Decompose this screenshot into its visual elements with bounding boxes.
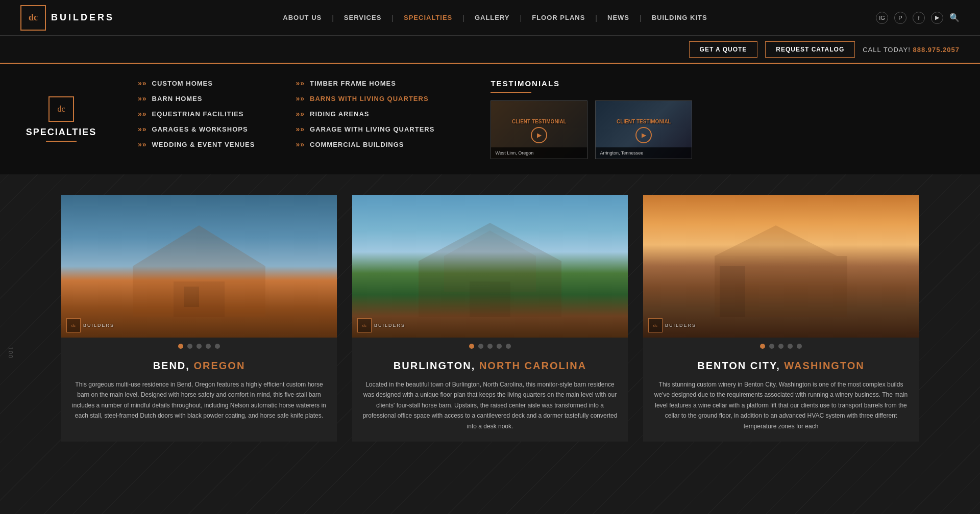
arrow-icon: »» xyxy=(138,125,147,133)
menu-custom-homes[interactable]: »» CUSTOM HOMES xyxy=(138,79,255,87)
nav-building-kits[interactable]: BUILDING KITS xyxy=(642,14,718,21)
nav-right: IG P f ▶ 🔍 xyxy=(876,12,960,24)
pinterest-icon[interactable]: P xyxy=(894,12,906,24)
dots-nav-burlington xyxy=(352,338,628,355)
card-title-bend: BEND, OREGON xyxy=(61,355,337,374)
specialties-title: SPECIALTIES xyxy=(26,127,97,138)
request-catalog-button[interactable]: REQUEST CATALOG xyxy=(765,41,855,58)
dot-bent-3[interactable] xyxy=(778,344,783,349)
search-icon[interactable]: 🔍 xyxy=(949,13,960,22)
testimonial-label-2: CLIENT TESTIMONIAL xyxy=(617,119,671,124)
svg-rect-2 xyxy=(184,287,199,307)
menu-timber-frame[interactable]: »» TIMBER FRAME HOMES xyxy=(296,79,434,87)
dot-bent-1[interactable] xyxy=(760,344,765,349)
project-card-burlington: dc BUILDERS BURLINGTON, NORTH CAROLINA L… xyxy=(352,195,628,442)
testimonials-underline xyxy=(491,92,531,93)
arrow-icon: »» xyxy=(296,140,305,148)
dot-bend-2[interactable] xyxy=(187,344,192,349)
call-label: CALL TODAY! 888.975.2057 xyxy=(863,46,960,54)
svg-marker-7 xyxy=(715,225,837,256)
arrow-icon: »» xyxy=(296,110,305,118)
testimonial-location-2: Arrington, Tennessee xyxy=(600,150,688,156)
arrow-icon: »» xyxy=(138,140,147,148)
testimonial-label-1: CLIENT TESTIMONIAL xyxy=(512,119,567,124)
nav-specialties[interactable]: SPECIALTIES xyxy=(394,14,462,21)
nav-gallery[interactable]: GALLERY xyxy=(464,14,520,21)
menu-col-2: »» TIMBER FRAME HOMES »» BARNS WITH LIVI… xyxy=(296,79,434,159)
play-button-2[interactable]: ▶ xyxy=(635,127,652,143)
dot-bend-4[interactable] xyxy=(206,344,211,349)
get-quote-button[interactable]: GET A QUOTE xyxy=(689,41,758,58)
menu-equestrian[interactable]: »» EQUESTRIAN FACILITIES xyxy=(138,110,255,118)
card-img-bend: dc BUILDERS xyxy=(61,195,337,338)
testimonial-cards: CLIENT TESTIMONIAL ▶ West Linn, Oregon C… xyxy=(491,100,954,159)
card-logo-bend: dc BUILDERS xyxy=(66,318,114,332)
menu-commercial[interactable]: »» COMMERCIAL BUILDINGS xyxy=(296,140,434,148)
dot-bent-4[interactable] xyxy=(788,344,793,349)
projects-grid: dc BUILDERS BEND, OREGON This gorgeous m… xyxy=(26,195,954,442)
nav-floor-plans[interactable]: FLOOR PLANS xyxy=(522,14,595,21)
dot-bend-1[interactable] xyxy=(178,344,183,349)
dot-burl-5[interactable] xyxy=(506,344,511,349)
specialties-label: dc SPECIALTIES xyxy=(26,79,97,159)
dot-burl-3[interactable] xyxy=(487,344,493,349)
svg-rect-8 xyxy=(720,266,745,317)
menu-barn-homes[interactable]: »» BARN HOMES xyxy=(138,94,255,102)
card-title-benton: BENTON CITY, WASHINGTON xyxy=(643,355,919,374)
arrow-icon: »» xyxy=(138,79,147,87)
svg-rect-5 xyxy=(470,281,510,317)
testimonial-location-1: West Linn, Oregon xyxy=(495,150,583,156)
specialties-underline xyxy=(46,141,77,142)
logo-area[interactable]: dc BUILDERS xyxy=(20,5,114,31)
call-number: 888.975.2057 xyxy=(913,46,960,54)
nav-about[interactable]: ABOUT US xyxy=(273,14,332,21)
dot-bent-2[interactable] xyxy=(769,344,774,349)
dot-burl-4[interactable] xyxy=(497,344,502,349)
testimonial-overlay-1: West Linn, Oregon xyxy=(491,147,587,159)
logo-icon[interactable]: dc xyxy=(20,5,46,31)
menu-wedding[interactable]: »» WEDDING & EVENT VENUES xyxy=(138,140,255,148)
testimonial-card-1[interactable]: CLIENT TESTIMONIAL ▶ West Linn, Oregon xyxy=(491,100,587,159)
nav-news[interactable]: NEWS xyxy=(597,14,640,21)
menu-col-1: »» CUSTOM HOMES »» BARN HOMES »» EQUESTR… xyxy=(138,79,255,159)
card-image-bend: dc BUILDERS xyxy=(61,195,337,338)
header: dc BUILDERS ABOUT US | SERVICES | SPECIA… xyxy=(0,0,980,36)
card-title-burlington: BURLINGTON, NORTH CAROLINA xyxy=(352,355,628,374)
project-card-benton: dc BUILDERS BENTON CITY, WASHINGTON This… xyxy=(643,195,919,442)
card-logo-benton: dc BUILDERS xyxy=(648,318,696,332)
menu-barns-living[interactable]: »» BARNS WITH LIVING QUARTERS xyxy=(296,94,434,102)
testimonial-overlay-2: Arrington, Tennessee xyxy=(596,147,692,159)
dots-nav-bend xyxy=(61,338,337,355)
house-silhouette-burlington xyxy=(413,215,567,317)
testimonials-title: TESTIMONIALS xyxy=(491,79,954,88)
main-nav: ABOUT US | SERVICES | SPECIALTIES | GALL… xyxy=(273,14,717,22)
project-card-bend: dc BUILDERS BEND, OREGON This gorgeous m… xyxy=(61,195,337,442)
dot-burl-2[interactable] xyxy=(478,344,483,349)
specialties-logo: dc xyxy=(48,96,74,122)
youtube-icon[interactable]: ▶ xyxy=(931,12,943,24)
arrow-icon: »» xyxy=(296,94,305,102)
page-number: 100 xyxy=(8,347,14,359)
dots-nav-benton xyxy=(643,338,919,355)
card-logo-burlington: dc BUILDERS xyxy=(357,318,405,332)
card-image-benton: dc BUILDERS xyxy=(643,195,919,338)
house-silhouette-benton xyxy=(704,215,857,317)
testimonial-card-2[interactable]: CLIENT TESTIMONIAL ▶ Arrington, Tennesse… xyxy=(595,100,692,159)
brand-name: BUILDERS xyxy=(51,12,114,23)
card-img-burlington: dc BUILDERS xyxy=(352,195,628,338)
menu-garage-living[interactable]: »» GARAGE WITH LIVING QUARTERS xyxy=(296,125,434,133)
facebook-icon[interactable]: f xyxy=(913,12,925,24)
play-button-1[interactable]: ▶ xyxy=(531,127,547,143)
card-img-benton: dc BUILDERS xyxy=(643,195,919,338)
nav-services[interactable]: SERVICES xyxy=(334,14,392,21)
card-desc-bend: This gorgeous multi-use residence in Ben… xyxy=(61,374,337,431)
menu-garages[interactable]: »» GARAGES & WORKSHOPS xyxy=(138,125,255,133)
card-desc-burlington: Located in the beautiful town of Burling… xyxy=(352,374,628,442)
dot-bent-5[interactable] xyxy=(797,344,802,349)
instagram-icon[interactable]: IG xyxy=(876,12,888,24)
dot-burl-1[interactable] xyxy=(469,344,474,349)
dot-bend-5[interactable] xyxy=(215,344,220,349)
dot-bend-3[interactable] xyxy=(197,344,202,349)
card-image-burlington: dc BUILDERS xyxy=(352,195,628,338)
menu-riding-arenas[interactable]: »» RIDING ARENAS xyxy=(296,110,434,118)
